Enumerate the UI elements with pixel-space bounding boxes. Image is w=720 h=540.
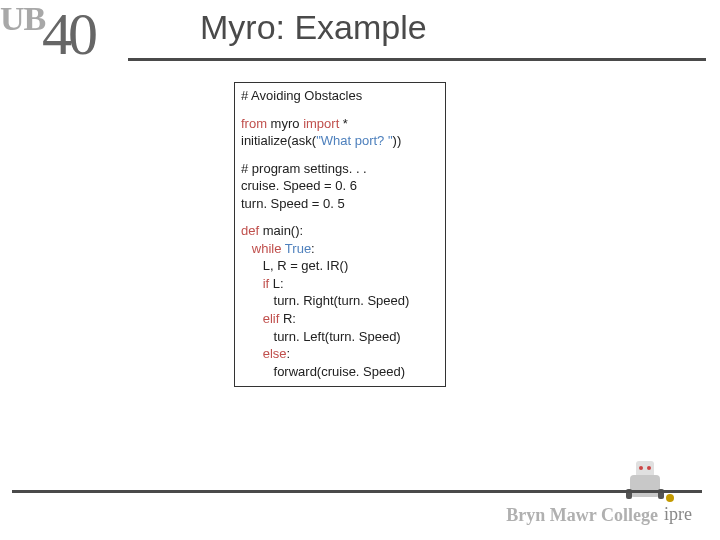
kw-import: import bbox=[303, 116, 339, 131]
code-block: # Avoiding Obstacles from myro import * … bbox=[234, 82, 446, 387]
code-text: main(): bbox=[259, 223, 303, 238]
code-text: initialize(ask( bbox=[241, 133, 316, 148]
ipre-logo: ipre bbox=[664, 494, 710, 532]
kw-true: True bbox=[285, 241, 311, 256]
code-text: : bbox=[311, 241, 315, 256]
footer-college: Bryn Mawr College bbox=[506, 505, 658, 526]
code-text: L, R = get. IR() bbox=[263, 258, 349, 273]
code-text: R: bbox=[279, 311, 296, 326]
logo-ub: UB bbox=[0, 0, 45, 38]
kw-elif: elif bbox=[263, 311, 280, 326]
code-text: forward(cruise. Speed) bbox=[274, 364, 406, 379]
code-string: "What port? " bbox=[316, 133, 392, 148]
kw-from: from bbox=[241, 116, 267, 131]
code-comment: # Avoiding Obstacles bbox=[241, 88, 362, 103]
code-text: myro bbox=[267, 116, 303, 131]
footer-divider bbox=[12, 490, 702, 493]
code-text: turn. Left(turn. Speed) bbox=[274, 329, 401, 344]
code-text: )) bbox=[393, 133, 402, 148]
kw-while: while bbox=[252, 241, 282, 256]
slide-title: Myro: Example bbox=[200, 8, 427, 47]
kw-def: def bbox=[241, 223, 259, 238]
kw-else: else bbox=[263, 346, 287, 361]
title-underline bbox=[128, 58, 706, 61]
code-comment: # program settings. . . bbox=[241, 161, 367, 176]
code-text: * bbox=[339, 116, 348, 131]
code-text: turn. Speed = 0. 5 bbox=[241, 196, 345, 211]
logo-number: 40 bbox=[42, 0, 94, 69]
code-text: turn. Right(turn. Speed) bbox=[274, 293, 410, 308]
code-text: : bbox=[287, 346, 291, 361]
code-text: L: bbox=[269, 276, 283, 291]
ipre-text: ipre bbox=[664, 504, 692, 525]
code-text: cruise. Speed = 0. 6 bbox=[241, 178, 357, 193]
